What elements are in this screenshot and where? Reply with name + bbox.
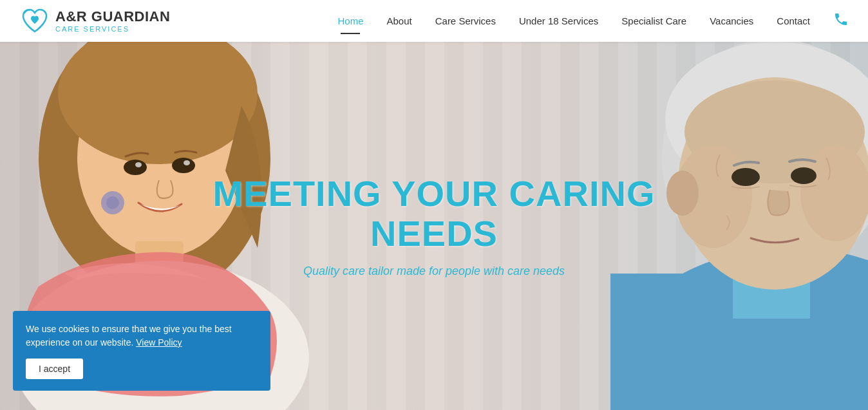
- nav-about[interactable]: About: [375, 0, 424, 42]
- svg-point-22: [791, 167, 816, 184]
- main-nav: Home About Care Services Under 18 Servic…: [326, 0, 849, 42]
- nav-vacancies[interactable]: Vacancies: [698, 0, 765, 42]
- svg-point-6: [172, 158, 195, 173]
- hero-text-block: MEETING YOUR CARING NEEDS Quality care t…: [209, 174, 659, 278]
- svg-point-5: [124, 160, 147, 175]
- logo-main-text: A&R GUARDIAN: [55, 9, 170, 24]
- cookie-message-text: We use cookies to ensure that we give yo…: [26, 324, 232, 348]
- cookie-banner: We use cookies to ensure that we give yo…: [13, 311, 270, 391]
- svg-point-10: [106, 196, 119, 209]
- svg-point-8: [184, 160, 190, 165]
- nav-care-services[interactable]: Care Services: [424, 0, 507, 42]
- svg-point-21: [731, 168, 760, 186]
- logo-text: A&R GUARDIAN CARE SERVICES: [55, 9, 170, 32]
- nav-home[interactable]: Home: [326, 0, 375, 42]
- nav-specialist-care[interactable]: Specialist Care: [610, 0, 698, 42]
- hero-headline: MEETING YOUR CARING NEEDS: [209, 174, 659, 253]
- logo-icon: [19, 6, 50, 37]
- phone-icon[interactable]: [822, 12, 849, 31]
- svg-point-7: [135, 162, 142, 167]
- logo[interactable]: A&R GUARDIAN CARE SERVICES: [19, 6, 170, 37]
- hero-subtext: Quality care tailor made for people with…: [209, 265, 659, 278]
- cookie-message: We use cookies to ensure that we give yo…: [26, 322, 258, 349]
- svg-point-23: [666, 171, 699, 216]
- cookie-policy-link[interactable]: View Policy: [136, 337, 182, 348]
- cookie-accept-button[interactable]: I accept: [26, 359, 83, 379]
- nav-contact[interactable]: Contact: [765, 0, 822, 42]
- site-header: A&R GUARDIAN CARE SERVICES Home About Ca…: [0, 0, 868, 42]
- nav-under18[interactable]: Under 18 Services: [507, 0, 610, 42]
- logo-sub-text: CARE SERVICES: [55, 25, 170, 33]
